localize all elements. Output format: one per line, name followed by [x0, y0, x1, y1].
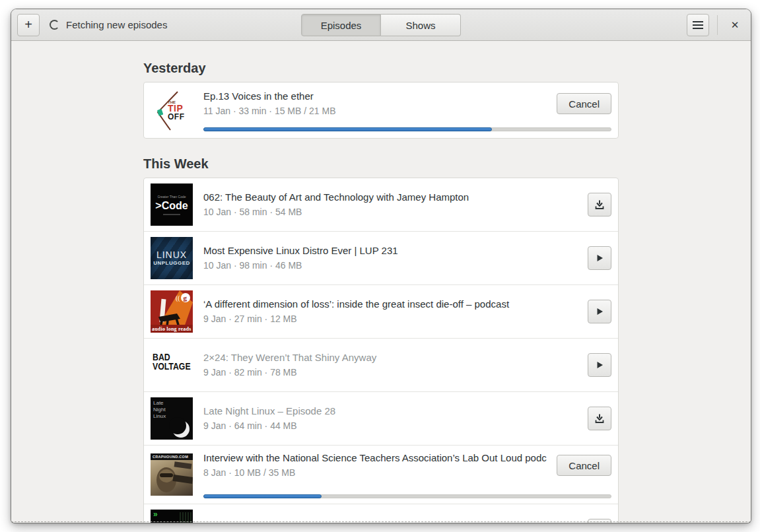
episode-title: ‘A different dimension of loss’: inside … [203, 297, 578, 312]
download-progressbar [203, 494, 611, 498]
header-bar: + Fetching new episodes Episodes Shows ✕ [11, 9, 751, 41]
episode-title: Ep.13 Voices in the ether [203, 89, 547, 104]
download-button[interactable] [588, 519, 611, 523]
episode-meta: 9 Jan · 82 min · 78 MB [203, 365, 578, 380]
play-button[interactable] [588, 300, 611, 323]
episode-artwork-linux-unplugged: LINUX UNPLUGGED [151, 237, 193, 279]
episode-meta: 8 Jan · 10 MB / 35 MB [203, 465, 547, 480]
episode-artwork-bad-voltage: BAD VOLTAGE [151, 344, 193, 386]
download-progressbar [203, 127, 611, 131]
status-text: Fetching new episodes [66, 19, 167, 30]
artwork-text: OFF [168, 113, 185, 121]
section-title-yesterday: Yesterday [143, 60, 619, 76]
episode-artwork-late-night-linux: Late Night Linux [151, 397, 193, 440]
artwork-text: CRAPHOUND.COM [153, 455, 188, 459]
episode-row[interactable]: LINUX UNPLUGGED Most Expensive Linux Dis… [144, 231, 618, 284]
episode-row[interactable]: Late Night Linux Late Night Linux – Epis… [144, 391, 618, 445]
loading-spinner-icon [50, 20, 59, 30]
episode-title: Interview with the National Science Teac… [203, 451, 547, 465]
artwork-text: » [153, 510, 158, 518]
episode-artwork-audio-long-reads: (( g audio long reads [151, 290, 193, 333]
artwork-text: VOLTAGE [153, 362, 186, 371]
episode-row[interactable]: (( g audio long reads [144, 284, 618, 338]
svg-text:((: (( [176, 294, 180, 302]
play-button[interactable] [588, 353, 611, 377]
episode-row[interactable]: CRAPHOUND.COM Interview with the Nationa… [144, 445, 618, 504]
episode-card-yesterday: THE TIP OFF Ep.13 Voices in the ether 11… [143, 82, 619, 139]
episode-artwork-greater-than-code: Greater Than Code >Code [151, 183, 193, 226]
scroll-undershoot-indicator [11, 521, 751, 522]
episode-meta: 9 Jan · 64 min · 44 MB [203, 418, 578, 433]
episode-row[interactable]: » IRL Bot or Not [144, 504, 618, 523]
window-close-button[interactable]: ✕ [725, 15, 745, 35]
download-button[interactable] [588, 407, 611, 430]
section-title-this-week: This Week [143, 156, 619, 172]
svg-text:g: g [184, 294, 188, 302]
download-icon [594, 199, 605, 210]
play-icon [594, 306, 605, 317]
cancel-download-button[interactable]: Cancel [557, 93, 611, 114]
episode-title: Most Expensive Linux Distro Ever | LUP 2… [203, 244, 578, 258]
tab-episodes[interactable]: Episodes [301, 14, 381, 36]
episode-title: 2×24: They Weren’t That Shiny Anyway [203, 350, 578, 365]
view-switcher: Episodes Shows [301, 14, 461, 36]
artwork-text: Greater Than Code [158, 195, 186, 199]
artwork-text: >Code [155, 201, 188, 211]
episode-row[interactable]: Greater Than Code >Code 062: The Beauty … [144, 178, 618, 231]
download-progress-fill [203, 127, 492, 131]
episodes-scroll-area[interactable]: Yesterday THE TIP OFF [11, 41, 751, 523]
hamburger-icon [693, 24, 703, 26]
episode-card-this-week: Greater Than Code >Code 062: The Beauty … [143, 178, 619, 523]
episode-artwork-craphound: CRAPHOUND.COM [151, 453, 193, 496]
episode-title: Late Night Linux – Episode 28 [203, 404, 578, 418]
header-right-controls: ✕ [687, 14, 745, 36]
artwork-text: LINUX [156, 250, 187, 260]
cancel-download-button[interactable]: Cancel [557, 455, 611, 476]
tab-shows[interactable]: Shows [381, 14, 461, 36]
episode-artwork-the-tip-off: THE TIP OFF [151, 89, 193, 131]
episode-title: 062: The Beauty of Art and Technology wi… [203, 190, 578, 205]
play-icon [594, 360, 605, 370]
episode-meta: 9 Jan · 27 min · 12 MB [203, 312, 578, 326]
episode-meta: 10 Jan · 98 min · 46 MB [203, 258, 578, 273]
artwork-banner: CRAPHOUND.COM [151, 453, 193, 460]
add-podcast-button[interactable]: + [17, 14, 40, 36]
artwork-text: audio long reads [152, 326, 191, 332]
episode-meta: 11 Jan · 33 min · 15 MB / 21 MB [203, 104, 547, 118]
app-window: + Fetching new episodes Episodes Shows ✕… [11, 9, 751, 523]
episode-row[interactable]: BAD VOLTAGE 2×24: They Weren’t That Shin… [144, 338, 618, 391]
header-separator [717, 15, 718, 35]
plus-icon: + [24, 18, 32, 31]
episode-artwork-irl: » IRL [151, 510, 193, 523]
episode-meta: 10 Jan · 58 min · 54 MB [203, 205, 578, 219]
play-icon [594, 253, 605, 263]
episode-row[interactable]: THE TIP OFF Ep.13 Voices in the ether 11… [144, 83, 618, 138]
play-button[interactable] [588, 246, 611, 270]
download-progress-fill [203, 494, 322, 498]
download-icon [594, 413, 605, 424]
close-icon: ✕ [731, 19, 740, 31]
artwork-text: UNPLUGGED [153, 260, 190, 266]
download-button[interactable] [588, 193, 611, 216]
menu-button[interactable] [687, 14, 709, 36]
